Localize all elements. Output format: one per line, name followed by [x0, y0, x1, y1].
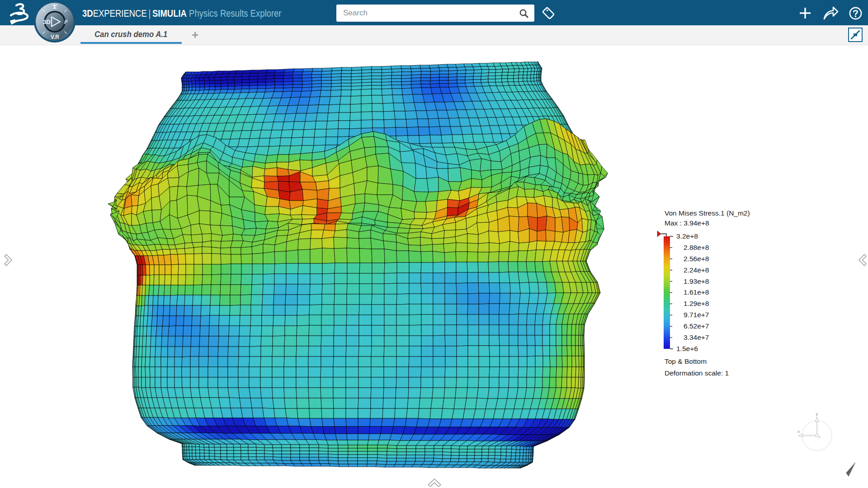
svg-text:y: y: [816, 411, 818, 416]
svg-text:V.R: V.R: [51, 34, 59, 40]
svg-text:z: z: [819, 435, 821, 439]
svg-text:i²: i²: [64, 19, 68, 25]
svg-text:x: x: [797, 429, 800, 434]
svg-text:3D: 3D: [43, 19, 51, 25]
